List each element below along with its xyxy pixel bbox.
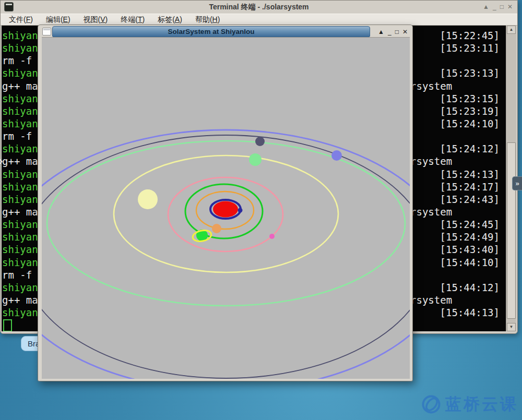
terminal-timestamp: [15:44:10] — [412, 256, 506, 269]
solarsystem-canvas — [42, 37, 410, 379]
menu-item-1[interactable]: 编辑(E) — [46, 15, 70, 25]
orange-planet — [212, 224, 221, 233]
menu-item-0[interactable]: 文件(F) — [9, 15, 33, 25]
scrollbar-thumb[interactable] — [507, 142, 516, 319]
orbit-6-light-green — [47, 141, 405, 306]
shade-button[interactable]: ▲ — [378, 28, 384, 36]
minimize-button[interactable]: _ — [493, 3, 496, 11]
menu-item-3[interactable]: 终端(T) — [121, 15, 145, 25]
menu-item-5[interactable]: 帮助(H) — [195, 15, 220, 25]
terminal-timestamp: [15:23:15] — [412, 92, 506, 105]
terminal-timestamp — [412, 130, 506, 142]
terminal-timestamp: [15:24:13] — [412, 168, 506, 181]
close-button[interactable]: ✕ — [402, 28, 408, 36]
solarsystem-window: SolarSystem at Shiyanlou ▲_□✕ — [38, 25, 413, 381]
terminal-timestamp: [15:24:10] — [412, 117, 506, 130]
terminal-timestamp: [15:24:17] — [412, 181, 506, 193]
dark-slate-planet — [255, 137, 265, 146]
pale-yellow-planet — [138, 189, 158, 209]
lanqiao-logo-icon — [421, 394, 442, 415]
scroll-up-button[interactable]: ▲ — [507, 26, 516, 34]
menu-item-4[interactable]: 标签(A) — [158, 15, 182, 25]
terminal-timestamp: [15:24:12] — [412, 142, 506, 155]
orbit-7-dark-slate — [42, 135, 410, 378]
scroll-down-button[interactable]: ▼ — [507, 323, 516, 331]
terminal-timestamp: [15:44:12] — [412, 281, 506, 294]
minimize-button[interactable]: _ — [388, 28, 392, 36]
terminal-line-tail: rsystem — [410, 80, 506, 92]
terminal-cursor — [3, 319, 12, 331]
terminal-timestamp: [15:23:19] — [412, 105, 506, 117]
shade-button[interactable]: ▲ — [483, 3, 489, 11]
light-green-planet — [249, 153, 262, 166]
watermark-text: 蓝桥云课 — [445, 393, 518, 415]
terminal-timestamp: [15:22:45] — [412, 29, 506, 42]
periwinkle-planet — [331, 150, 342, 161]
close-button[interactable]: ✕ — [507, 3, 513, 11]
terminal-timestamp: [15:24:49] — [412, 231, 506, 243]
terminal-timestamp: [15:24:45] — [412, 218, 506, 231]
terminal-line-tail: rsystem — [410, 155, 506, 167]
solar-system-drawing — [42, 38, 410, 379]
terminal-timestamp: [15:24:43] — [412, 193, 506, 206]
terminal-timestamp — [412, 54, 506, 67]
watermark: 蓝桥云课 — [421, 393, 518, 415]
solarsystem-app-icon — [42, 28, 51, 35]
solarsystem-title-pill: SolarSystem at Shiyanlou — [52, 26, 370, 37]
orbit-8-periwinkle — [42, 130, 410, 379]
menu-item-2[interactable]: 视图(V) — [84, 15, 108, 25]
terminal-line-tail: rsystem — [410, 206, 506, 218]
panel-reveal-right-button[interactable]: » — [512, 176, 522, 190]
solarsystem-titlebar[interactable]: SolarSystem at Shiyanlou ▲_□✕ — [39, 26, 411, 37]
terminal-timestamp: [15:44:13] — [412, 306, 506, 319]
terminal-window-title: Terminal 终端 - ./solarsystem — [1, 3, 517, 12]
terminal-timestamp — [412, 269, 506, 281]
pink-planet — [269, 234, 275, 239]
navy-planet — [238, 208, 243, 213]
desktop: 蓝桥云课 Terminal 终端 - ./solarsystem ▲_□✕ 文件… — [0, 0, 522, 420]
terminal-timestamp: [15:23:13] — [412, 67, 506, 79]
terminal-titlebar[interactable]: Terminal 终端 - ./solarsystem ▲_□✕ — [1, 1, 517, 14]
panel-reveal-left-icon[interactable]: › — [0, 154, 3, 168]
terminal-menubar: 文件(F)编辑(E)视图(V)终端(T)标签(A)帮助(H) — [1, 14, 517, 26]
maximize-button[interactable]: □ — [395, 28, 399, 36]
terminal-timestamp: [15:23:11] — [412, 42, 506, 54]
terminal-line-tail: rsystem — [410, 294, 506, 306]
solarsystem-window-title: SolarSystem at Shiyanlou — [53, 28, 370, 35]
sun — [213, 201, 238, 218]
terminal-timestamp: [15:43:40] — [412, 243, 506, 256]
maximize-button[interactable]: □ — [500, 3, 504, 11]
